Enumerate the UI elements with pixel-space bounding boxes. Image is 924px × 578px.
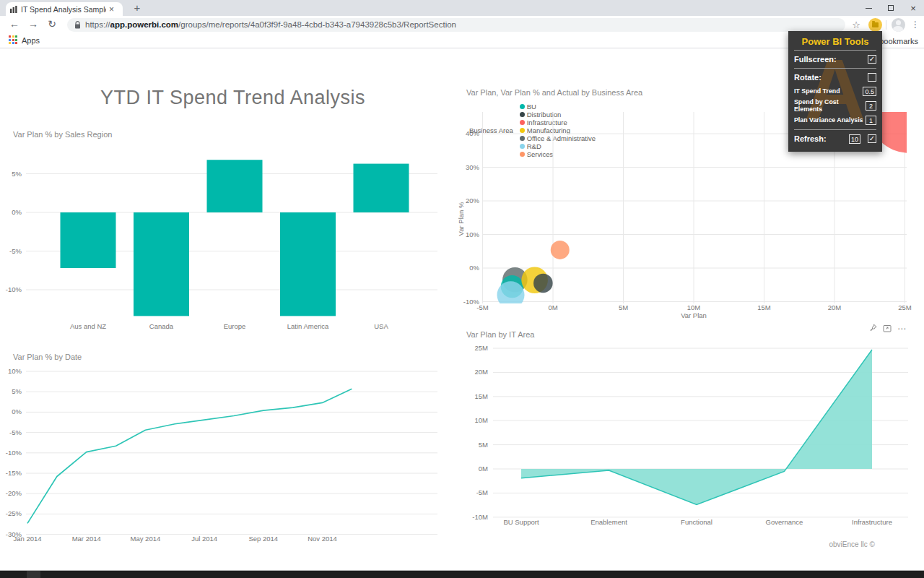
close-button[interactable]: × [902, 0, 924, 16]
y-tick-label: 10% [8, 367, 22, 375]
y-tick-label: -5% [9, 428, 22, 436]
refresh-label: Refresh: [794, 134, 827, 143]
browser-toolbar: ← → ↻ ⌂ https://app.powerbi.com/groups/m… [0, 16, 924, 33]
x-category-label: Aus and NZ [70, 322, 106, 330]
y-tick-label: -20% [6, 489, 22, 497]
trend-line[interactable] [27, 389, 352, 523]
area-chart[interactable]: 25M20M15M10M5M0M-5M-10MBU SupportEnablem… [453, 322, 924, 556]
area-fill[interactable] [521, 350, 872, 504]
y-tick-label: 20M [475, 368, 489, 376]
bubble-Services[interactable] [551, 241, 570, 259]
spend-by-cost-elements-input[interactable]: 2 [866, 101, 876, 111]
y-tick-label: -5M [476, 488, 488, 496]
rotate-label: Rotate: [794, 73, 821, 82]
apps-grid-icon [9, 35, 18, 45]
x-tick-label: 15M [757, 303, 771, 311]
tab-close-icon[interactable]: × [109, 4, 114, 14]
x-category-label: Enablement [590, 518, 627, 526]
y-tick-label: 5% [12, 387, 22, 395]
y-tick-label: 0% [12, 407, 22, 415]
refresh-input[interactable]: 10 [849, 134, 860, 144]
x-tick-label: 5M [619, 303, 628, 311]
new-tab-button[interactable]: + [128, 1, 146, 15]
toolbar-divider [885, 16, 886, 33]
x-category-label: BU Support [503, 518, 539, 526]
y-tick-label: 10M [475, 416, 489, 424]
powerbi-tools-popup: A Power BI Tools Fullscreen: ✓ Rotate: I… [788, 31, 882, 152]
x-category-label: Governance [766, 518, 803, 526]
x-category-label: USA [374, 322, 388, 330]
x-category-label: Infrastructure [852, 518, 892, 526]
taskbar-sliver[interactable] [0, 570, 924, 578]
x-tick-label: Mar 2014 [72, 535, 101, 543]
y-tick-label: 15M [475, 392, 489, 400]
y-tick-label: -15% [6, 469, 22, 477]
address-bar[interactable]: https://app.powerbi.com/groups/me/report… [67, 18, 845, 32]
y-tick-label: 40% [466, 129, 480, 137]
apps-shortcut[interactable]: Apps [9, 35, 40, 45]
plan-variance-analysis-input[interactable]: 1 [866, 116, 876, 125]
back-button[interactable]: ← [6, 16, 23, 33]
kebab-menu-icon[interactable]: ⋮ [908, 16, 923, 33]
padlock-icon [74, 21, 81, 29]
x-tick-label: 25M [898, 303, 912, 311]
bar-Latin America[interactable] [280, 212, 336, 316]
x-tick-label: 10M [687, 303, 701, 311]
x-tick-label: Jul 2014 [191, 535, 217, 543]
it-spend-trend-label: IT Spend Trend [794, 87, 840, 95]
x-tick-label: Sep 2014 [248, 535, 278, 543]
restore-button[interactable] [880, 0, 902, 16]
visual-var-plan-pct-by-date[interactable]: Var Plan % by Date 10%5%0%-5%-10%-15%-20… [0, 353, 451, 551]
credit-text: obviEnce llc © [829, 540, 875, 548]
browser-tab-strip: IT Spend Analysis Sample - Powe × + × [0, 0, 924, 16]
profile-avatar[interactable] [890, 16, 906, 33]
y-tick-label: -10% [463, 298, 480, 306]
reload-button[interactable]: ↻ [43, 16, 61, 33]
fullscreen-checkbox[interactable]: ✓ [868, 55, 876, 64]
visual-var-plan-by-sales-region[interactable]: Var Plan % by Sales Region 5%0%-5%-10%Au… [0, 130, 451, 341]
refresh-checkbox[interactable]: ✓ [868, 134, 876, 143]
bubble-R&D[interactable] [497, 281, 525, 309]
apps-label: Apps [22, 36, 40, 45]
x-tick-label: 0M [548, 303, 557, 311]
y-tick-label: -10% [6, 285, 22, 293]
bookmarks-bar: Apps Other bookmarks [0, 33, 924, 48]
y-tick-label: 25M [475, 344, 489, 352]
restore-icon [888, 5, 894, 11]
x-axis-title: Var Plan [681, 311, 707, 319]
visual-var-plan-by-it-area[interactable]: ⋯ Var Plan by IT Area 25M20M15M10M5M0M-5… [453, 322, 924, 556]
y-tick-label: 20% [466, 197, 480, 204]
bar-Europe[interactable] [207, 160, 263, 212]
popup-title: Power BI Tools [794, 36, 876, 47]
minimize-button[interactable] [858, 0, 879, 16]
bubble-Distribution[interactable] [533, 274, 553, 293]
tab-title: IT Spend Analysis Sample - Powe [21, 5, 106, 14]
y-tick-label: -5% [9, 247, 22, 255]
bar-chart[interactable]: 5%0%-5%-10%Aus and NZCanadaEuropeLatin A… [0, 130, 451, 341]
spend-by-cost-elements-label: Spend by Cost Elements [794, 98, 866, 113]
bar-Aus and NZ[interactable] [61, 212, 116, 268]
y-tick-label: 10% [466, 230, 480, 238]
y-tick-label: 0% [469, 264, 479, 272]
powerbi-favicon-icon [10, 6, 17, 13]
it-spend-trend-input[interactable]: 0.5 [863, 87, 876, 96]
rotate-checkbox[interactable] [868, 73, 876, 82]
fullscreen-label: Fullscreen: [794, 55, 837, 64]
y-tick-label: 0% [12, 208, 22, 216]
forward-button[interactable]: → [25, 16, 42, 33]
y-tick-label: 5% [12, 170, 22, 178]
bar-Canada[interactable] [134, 212, 189, 316]
x-tick-label: 20M [828, 303, 842, 311]
url-text: https://app.powerbi.com/groups/me/report… [85, 20, 456, 29]
browser-tab[interactable]: IT Spend Analysis Sample - Powe × [6, 2, 123, 16]
x-category-label: Europe [224, 322, 246, 330]
x-category-label: Canada [149, 322, 174, 330]
report-canvas: YTD IT Spend Trend Analysis Var Plan % b… [0, 48, 924, 569]
y-tick-label: -10M [472, 513, 488, 521]
y-tick-label: 0M [479, 465, 488, 473]
line-chart[interactable]: 10%5%0%-5%-10%-15%-20%-25%-30%Jan 2014Ma… [0, 353, 451, 551]
y-axis-title: Var Plan % [457, 202, 465, 236]
y-tick-label: -10% [6, 449, 22, 457]
y-tick-label: -25% [6, 509, 22, 517]
bar-USA[interactable] [354, 164, 409, 212]
